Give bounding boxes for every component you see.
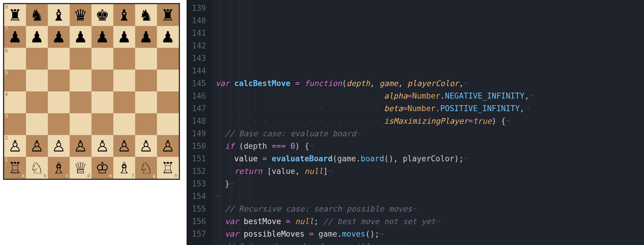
code-line[interactable]: · var possibleMoves = game.moves();¬ bbox=[216, 228, 543, 240]
square-a7[interactable]: 7♟ bbox=[4, 26, 26, 48]
code-line[interactable]: · // Base case: evaluate board¬ bbox=[216, 127, 543, 140]
code-line[interactable]: · }¬ bbox=[216, 177, 543, 190]
square-e3[interactable] bbox=[91, 113, 113, 135]
square-d4[interactable] bbox=[70, 91, 91, 113]
square-h7[interactable]: ♟ bbox=[157, 26, 179, 48]
code-line[interactable]: · · return [value, null]¬ bbox=[216, 165, 543, 177]
square-f2[interactable]: ♙ bbox=[113, 135, 135, 157]
square-a6[interactable]: 6 bbox=[4, 48, 26, 70]
square-f6[interactable] bbox=[113, 48, 135, 70]
piece[interactable]: ♙ bbox=[8, 138, 22, 154]
piece[interactable]: ♟ bbox=[139, 29, 153, 45]
piece[interactable]: ♙ bbox=[52, 138, 66, 154]
piece[interactable]: ♙ bbox=[30, 138, 44, 154]
square-b8[interactable]: ♞ bbox=[26, 4, 48, 26]
piece[interactable]: ♖ bbox=[8, 160, 22, 176]
square-e1[interactable]: e♔ bbox=[91, 157, 113, 179]
square-d2[interactable]: ♙ bbox=[70, 135, 91, 157]
piece[interactable]: ♞ bbox=[30, 7, 44, 23]
code-line[interactable]: var calcBestMove = function(depth, game,… bbox=[216, 77, 543, 90]
square-c2[interactable]: ♙ bbox=[48, 135, 70, 157]
piece[interactable]: ♙ bbox=[161, 138, 175, 154]
piece[interactable]: ♘ bbox=[139, 160, 153, 176]
square-a8[interactable]: 8♜ bbox=[4, 4, 26, 26]
square-d8[interactable]: ♛ bbox=[70, 4, 91, 26]
piece[interactable]: ♙ bbox=[95, 138, 109, 154]
square-c3[interactable] bbox=[48, 113, 70, 135]
square-h2[interactable]: ♙ bbox=[157, 135, 179, 157]
piece[interactable]: ♟ bbox=[8, 29, 22, 45]
code-line[interactable]: · if (depth === 0) {¬ bbox=[216, 140, 543, 152]
piece[interactable]: ♟ bbox=[52, 29, 66, 45]
code-line[interactable]: · · value = evaluateBoard(game.board(), … bbox=[216, 152, 543, 165]
square-g3[interactable] bbox=[135, 113, 157, 135]
square-e2[interactable]: ♙ bbox=[91, 135, 113, 157]
square-h3[interactable] bbox=[157, 113, 179, 135]
piece[interactable]: ♜ bbox=[161, 7, 175, 23]
piece[interactable]: ♖ bbox=[161, 160, 175, 176]
square-e6[interactable] bbox=[91, 48, 113, 70]
square-f4[interactable] bbox=[113, 91, 135, 113]
chessboard[interactable]: 8♜♞♝♛♚♝♞♜7♟♟♟♟♟♟♟♟65432♙♙♙♙♙♙♙♙1a♖b♘c♗d♕… bbox=[3, 3, 180, 180]
square-d5[interactable] bbox=[70, 70, 91, 91]
code-line[interactable]: · var bestMove = null; // best move not … bbox=[216, 215, 543, 228]
square-a1[interactable]: 1a♖ bbox=[4, 157, 26, 179]
piece[interactable]: ♗ bbox=[52, 160, 66, 176]
piece[interactable]: ♟ bbox=[95, 29, 109, 45]
square-f1[interactable]: f♗ bbox=[113, 157, 135, 179]
square-g4[interactable] bbox=[135, 91, 157, 113]
code-line[interactable]: · · · · · · · · · · · · · · · · · · isMa… bbox=[216, 115, 543, 127]
code-line[interactable]: · // Set random order for possible moves… bbox=[216, 240, 543, 245]
piece[interactable]: ♕ bbox=[74, 160, 88, 176]
square-h6[interactable] bbox=[157, 48, 179, 70]
square-f3[interactable] bbox=[113, 113, 135, 135]
square-e7[interactable]: ♟ bbox=[91, 26, 113, 48]
square-c8[interactable]: ♝ bbox=[48, 4, 70, 26]
square-b2[interactable]: ♙ bbox=[26, 135, 48, 157]
square-f8[interactable]: ♝ bbox=[113, 4, 135, 26]
piece[interactable]: ♔ bbox=[95, 160, 109, 176]
square-a4[interactable]: 4 bbox=[4, 91, 26, 113]
square-e5[interactable] bbox=[91, 70, 113, 91]
piece[interactable]: ♚ bbox=[95, 7, 109, 23]
square-g5[interactable] bbox=[135, 70, 157, 91]
code-line[interactable]: · · · · · · · · · · · · · · · · · · beta… bbox=[216, 102, 543, 115]
piece[interactable]: ♟ bbox=[161, 29, 175, 45]
square-h4[interactable] bbox=[157, 91, 179, 113]
square-g8[interactable]: ♞ bbox=[135, 4, 157, 26]
square-b5[interactable] bbox=[26, 70, 48, 91]
piece[interactable]: ♘ bbox=[30, 160, 44, 176]
square-c6[interactable] bbox=[48, 48, 70, 70]
square-c4[interactable] bbox=[48, 91, 70, 113]
code-line[interactable]: · // Recursive case: search possible mov… bbox=[216, 203, 543, 215]
piece[interactable]: ♗ bbox=[117, 160, 131, 176]
square-c1[interactable]: c♗ bbox=[48, 157, 70, 179]
piece[interactable]: ♞ bbox=[139, 7, 153, 23]
square-b6[interactable] bbox=[26, 48, 48, 70]
square-g2[interactable]: ♙ bbox=[135, 135, 157, 157]
square-a3[interactable]: 3 bbox=[4, 113, 26, 135]
piece[interactable]: ♛ bbox=[74, 7, 88, 23]
piece[interactable]: ♙ bbox=[139, 138, 153, 154]
piece[interactable]: ♟ bbox=[30, 29, 44, 45]
square-e8[interactable]: ♚ bbox=[91, 4, 113, 26]
square-g6[interactable] bbox=[135, 48, 157, 70]
square-f7[interactable]: ♟ bbox=[113, 26, 135, 48]
code-editor[interactable]: 1391401411421431441451461471481491501511… bbox=[187, 0, 644, 245]
piece[interactable]: ♜ bbox=[8, 7, 22, 23]
square-b4[interactable] bbox=[26, 91, 48, 113]
square-b3[interactable] bbox=[26, 113, 48, 135]
piece[interactable]: ♙ bbox=[74, 138, 88, 154]
square-h8[interactable]: ♜ bbox=[157, 4, 179, 26]
square-e4[interactable] bbox=[91, 91, 113, 113]
square-h1[interactable]: h♖ bbox=[157, 157, 179, 179]
square-h5[interactable] bbox=[157, 70, 179, 91]
square-g7[interactable]: ♟ bbox=[135, 26, 157, 48]
square-d1[interactable]: d♕ bbox=[70, 157, 91, 179]
square-b7[interactable]: ♟ bbox=[26, 26, 48, 48]
square-d7[interactable]: ♟ bbox=[70, 26, 91, 48]
square-g1[interactable]: g♘ bbox=[135, 157, 157, 179]
code-area[interactable]: var calcBestMove = function(depth, game,… bbox=[211, 0, 543, 245]
square-c5[interactable] bbox=[48, 70, 70, 91]
code-line[interactable]: ¬ bbox=[216, 190, 543, 203]
